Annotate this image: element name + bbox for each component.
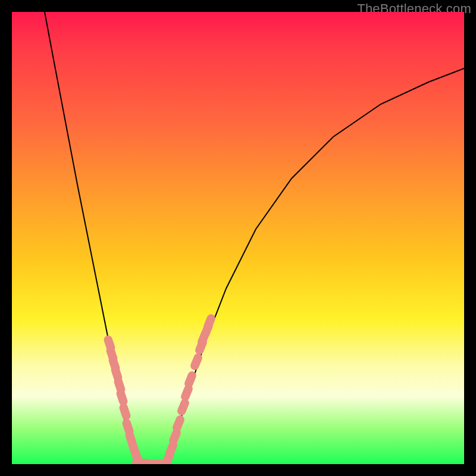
svg-line-23 [195, 358, 198, 365]
svg-line-20 [181, 403, 184, 411]
marker-left-dot-cluster-7 [127, 423, 129, 431]
marker-right-dot-cluster-4 [181, 403, 184, 411]
marker-right-dot-cluster-11 [208, 318, 211, 326]
svg-line-19 [177, 419, 180, 427]
marker-right-dot-cluster-7 [195, 358, 198, 365]
marker-left-dot-cluster-5 [121, 393, 123, 402]
marker-right-dot-cluster-2 [173, 433, 176, 440]
svg-line-18 [173, 433, 176, 440]
svg-line-22 [189, 375, 192, 383]
marker-left-dot-cluster-4 [118, 381, 121, 390]
svg-line-5 [121, 393, 123, 402]
marker-right-dot-cluster-3 [177, 419, 180, 427]
svg-line-7 [127, 423, 129, 431]
svg-line-6 [124, 408, 126, 416]
svg-line-17 [170, 445, 173, 453]
marker-left-dot-cluster-3 [115, 369, 118, 378]
marker-right-dot-cluster-10 [202, 334, 205, 342]
curve-right-curve [165, 68, 464, 464]
chart-svg [12, 12, 464, 464]
svg-line-27 [208, 318, 211, 326]
marker-right-dot-cluster-1 [170, 445, 173, 453]
svg-line-4 [118, 381, 121, 390]
curve-left-curve [45, 12, 142, 464]
svg-line-26 [202, 334, 205, 342]
plot-area [12, 12, 464, 464]
marker-right-dot-cluster-5 [185, 389, 188, 396]
svg-line-3 [115, 369, 118, 378]
chart-frame: TheBottleneck.com [0, 0, 476, 476]
svg-line-21 [185, 389, 188, 396]
marker-left-dot-cluster-6 [124, 408, 126, 416]
marker-right-dot-cluster-6 [189, 375, 192, 383]
